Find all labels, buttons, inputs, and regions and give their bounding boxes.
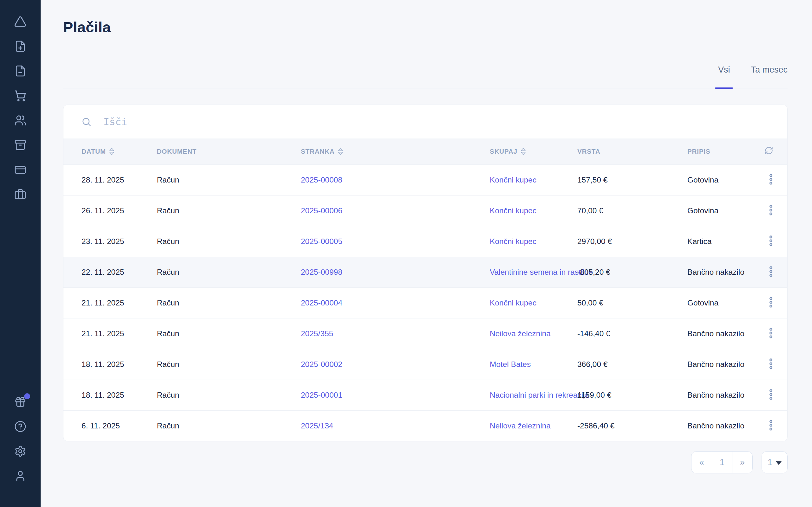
cell-tip: Račun <box>157 257 301 287</box>
main-content: Plačila Vsi Ta mesec DATUM DOKUMENT <box>41 0 812 507</box>
cell-vrsta: Bančno nakazilo <box>687 318 752 349</box>
cell-datum: 21. 11. 2025 <box>63 287 157 318</box>
cell-tip: Račun <box>157 318 301 349</box>
document-link[interactable]: 2025-00998 <box>301 268 342 276</box>
document-link[interactable]: 2025-00006 <box>301 206 342 215</box>
table-row: 18. 11. 2025 Račun 2025-00001 Nacionalni… <box>63 380 787 410</box>
pagination-current-page[interactable]: 1 <box>712 452 732 473</box>
kebab-menu-icon[interactable] <box>767 387 774 403</box>
filter-tabs: Vsi Ta mesec <box>63 65 788 89</box>
cell-skupaj: 366,00 € <box>577 349 687 380</box>
archive-icon[interactable] <box>14 139 27 152</box>
cell-skupaj: 157,50 € <box>577 164 687 195</box>
column-header-pripis[interactable]: PRIPIS <box>687 138 752 164</box>
gift-icon[interactable] <box>14 395 27 408</box>
stranka-link[interactable]: Neilova železnina <box>490 421 551 430</box>
kebab-menu-icon[interactable] <box>767 203 774 219</box>
kebab-menu-icon[interactable] <box>767 264 774 280</box>
search-input[interactable] <box>103 116 774 127</box>
kebab-menu-icon[interactable] <box>767 295 774 311</box>
column-header-actions <box>752 138 787 164</box>
credit-card-icon[interactable] <box>14 164 27 176</box>
sidebar <box>0 0 41 507</box>
kebab-menu-icon[interactable] <box>767 326 774 342</box>
table-row: 28. 11. 2025 Račun 2025-00008 Končni kup… <box>63 164 787 195</box>
kebab-menu-icon[interactable] <box>767 172 774 188</box>
cell-skupaj: -805,20 € <box>577 257 687 287</box>
cell-tip: Račun <box>157 164 301 195</box>
document-link[interactable]: 2025-00002 <box>301 360 342 369</box>
cell-vrsta: Bančno nakazilo <box>687 380 752 410</box>
cell-datum: 6. 11. 2025 <box>63 410 157 441</box>
table-row: 21. 11. 2025 Račun 2025-00004 Končni kup… <box>63 287 787 318</box>
tab-vsi[interactable]: Vsi <box>718 65 730 88</box>
stranka-link[interactable]: Končni kupec <box>490 206 537 215</box>
document-link[interactable]: 2025-00001 <box>301 391 342 399</box>
table-row: 23. 11. 2025 Račun 2025-00005 Končni kup… <box>63 226 787 257</box>
cell-tip: Račun <box>157 226 301 257</box>
pagination: « 1 » 1 <box>63 451 788 473</box>
tab-ta-mesec[interactable]: Ta mesec <box>751 65 788 88</box>
page-selector-dropdown[interactable]: 1 <box>762 451 788 473</box>
column-header-vrsta[interactable]: VRSTA <box>577 138 687 164</box>
cell-vrsta: Bančno nakazilo <box>687 349 752 380</box>
help-icon[interactable] <box>14 420 27 433</box>
refresh-icon[interactable] <box>764 146 773 156</box>
column-header-skupaj[interactable]: SKUPAJ <box>490 138 577 164</box>
document-link[interactable]: 2025/355 <box>301 329 333 338</box>
cell-tip: Račun <box>157 195 301 226</box>
cell-skupaj: 50,00 € <box>577 287 687 318</box>
payments-card: DATUM DOKUMENT STRANKA SKUPAJ VRSTA PRIP… <box>63 105 788 441</box>
search-icon <box>82 117 91 127</box>
cell-vrsta: Bančno nakazilo <box>687 257 752 287</box>
cell-tip: Račun <box>157 287 301 318</box>
contacts-icon[interactable] <box>14 114 27 127</box>
sort-icon <box>109 148 114 155</box>
column-header-dokument[interactable]: DOKUMENT <box>157 138 301 164</box>
stranka-link[interactable]: Motel Bates <box>490 360 531 369</box>
logo-triangle-icon[interactable] <box>14 15 27 28</box>
pagination-first-button[interactable]: « <box>692 452 712 473</box>
cell-datum: 18. 11. 2025 <box>63 349 157 380</box>
stranka-link[interactable]: Končni kupec <box>490 237 537 245</box>
table-row: 18. 11. 2025 Račun 2025-00002 Motel Bate… <box>63 349 787 380</box>
document-link[interactable]: 2025-00005 <box>301 237 342 245</box>
cell-datum: 22. 11. 2025 <box>63 257 157 287</box>
cell-datum: 21. 11. 2025 <box>63 318 157 349</box>
cell-vrsta: Gotovina <box>687 287 752 318</box>
user-icon[interactable] <box>14 469 27 482</box>
sort-icon <box>338 148 343 155</box>
notification-dot <box>24 393 30 399</box>
document-link[interactable]: 2025-00008 <box>301 176 342 184</box>
column-header-datum[interactable]: DATUM <box>63 138 157 164</box>
page-selector-value: 1 <box>768 458 772 467</box>
cell-skupaj: 1159,00 € <box>577 380 687 410</box>
table-row: 21. 11. 2025 Račun 2025/355 Neilova žele… <box>63 318 787 349</box>
cell-tip: Račun <box>157 410 301 441</box>
pager-group: « 1 » <box>691 451 753 473</box>
settings-gear-icon[interactable] <box>14 445 27 458</box>
stranka-link[interactable]: Neilova železnina <box>490 329 551 338</box>
kebab-menu-icon[interactable] <box>767 233 774 249</box>
cell-tip: Račun <box>157 380 301 410</box>
column-header-stranka[interactable]: STRANKA <box>301 138 490 164</box>
cell-skupaj: -2586,40 € <box>577 410 687 441</box>
stranka-link[interactable]: Nacionalni parki in rekreacija <box>490 391 589 399</box>
document-minus-icon[interactable] <box>14 65 27 77</box>
stranka-link[interactable]: Končni kupec <box>490 298 537 307</box>
kebab-menu-icon[interactable] <box>767 356 774 372</box>
table-row: 26. 11. 2025 Račun 2025-00006 Končni kup… <box>63 195 787 226</box>
document-link[interactable]: 2025-00004 <box>301 298 342 307</box>
document-plus-icon[interactable] <box>14 40 27 53</box>
cell-datum: 28. 11. 2025 <box>63 164 157 195</box>
document-link[interactable]: 2025/134 <box>301 421 333 430</box>
stranka-link[interactable]: Končni kupec <box>490 176 537 184</box>
pagination-last-button[interactable]: » <box>732 452 752 473</box>
cell-vrsta: Gotovina <box>687 195 752 226</box>
briefcase-icon[interactable] <box>14 188 27 201</box>
cell-datum: 23. 11. 2025 <box>63 226 157 257</box>
shopping-cart-icon[interactable] <box>14 89 27 102</box>
kebab-menu-icon[interactable] <box>767 418 774 434</box>
cell-skupaj: -146,40 € <box>577 318 687 349</box>
cell-skupaj: 2970,00 € <box>577 226 687 257</box>
